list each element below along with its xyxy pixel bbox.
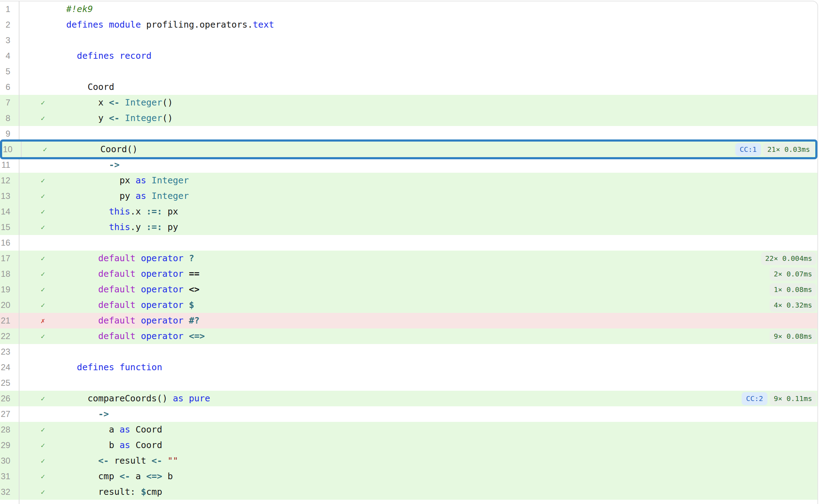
- code-line-20[interactable]: 20✓ default operator $4× 0.32ms: [0, 297, 817, 313]
- line-number[interactable]: 14: [0, 204, 19, 219]
- line-number[interactable]: 33: [0, 500, 19, 504]
- code-line-29[interactable]: 29✓ b as Coord: [0, 437, 817, 453]
- line-number[interactable]: 18: [0, 266, 19, 282]
- code-line-32[interactable]: 32✓ result: $cmp: [0, 484, 817, 500]
- code-line-23[interactable]: 23: [0, 344, 817, 360]
- syntax-token-plain: px: [162, 206, 178, 217]
- syntax-token-plain: [183, 284, 189, 294]
- syntax-token-plain: (): [162, 97, 173, 108]
- code-line-10[interactable]: 10✓ Coord()CC:121× 0.03ms: [0, 139, 817, 159]
- code-line-21[interactable]: 21✗ default operator #?: [0, 313, 817, 328]
- code-line-5[interactable]: 5: [0, 64, 817, 79]
- code-line-24[interactable]: 24 defines function: [0, 360, 817, 375]
- code-line-17[interactable]: 17✓ default operator ?22× 0.004ms: [0, 251, 817, 266]
- syntax-token-plain: [146, 191, 152, 201]
- code-line-3[interactable]: 3: [0, 33, 817, 48]
- line-number[interactable]: 20: [0, 297, 19, 313]
- syntax-token-keyword: as: [120, 440, 130, 450]
- line-number[interactable]: 2: [0, 17, 19, 33]
- line-number[interactable]: 25: [0, 375, 19, 391]
- syntax-token-type: Integer: [125, 97, 162, 108]
- line-number[interactable]: 32: [0, 484, 19, 500]
- syntax-token-opdark: <>: [189, 284, 199, 294]
- line-number[interactable]: 28: [0, 422, 19, 437]
- line-number[interactable]: 6: [0, 79, 19, 95]
- code-line-7[interactable]: 7✓ x <- Integer(): [0, 95, 817, 110]
- code-line-13[interactable]: 13✓ py as Integer: [0, 188, 817, 204]
- line-number[interactable]: 22: [0, 328, 19, 344]
- line-metrics: 9× 0.08ms: [770, 330, 817, 343]
- syntax-token-plain: [183, 331, 189, 341]
- line-number[interactable]: 19: [0, 282, 19, 297]
- uncovered-cross-icon: ✗: [19, 316, 66, 325]
- line-number[interactable]: 26: [0, 391, 19, 406]
- covered-check-icon: ✓: [19, 192, 66, 200]
- syntax-token-op: <-: [98, 456, 109, 466]
- line-number[interactable]: 31: [0, 469, 19, 484]
- syntax-token-plain: y: [66, 113, 109, 123]
- syntax-token-plain: [66, 409, 98, 419]
- code-line-22[interactable]: 22✓ default operator <=>9× 0.08ms: [0, 328, 817, 344]
- line-number[interactable]: 10: [2, 142, 22, 157]
- covered-check-icon: ✓: [19, 488, 66, 496]
- syntax-token-plain: a: [130, 471, 146, 481]
- line-number[interactable]: 23: [0, 344, 19, 360]
- covered-check-icon: ✓: [19, 332, 66, 340]
- syntax-token-plain: [136, 315, 141, 326]
- line-number[interactable]: 7: [0, 95, 19, 110]
- syntax-token-modifier: default: [98, 253, 135, 263]
- code-line-27[interactable]: 27 ->: [0, 406, 817, 422]
- code-line-19[interactable]: 19✓ default operator <>1× 0.08ms: [0, 282, 817, 297]
- code-line-18[interactable]: 18✓ default operator ==2× 0.07ms: [0, 266, 817, 282]
- syntax-token-plain: [136, 331, 141, 341]
- line-number[interactable]: 11: [0, 157, 19, 173]
- code-line-2[interactable]: 2defines module profiling.operators.text: [0, 17, 817, 33]
- line-number[interactable]: 27: [0, 406, 19, 422]
- line-number[interactable]: 3: [0, 33, 19, 48]
- syntax-token-plain: [120, 113, 125, 123]
- line-number[interactable]: 16: [0, 235, 19, 251]
- syntax-token-modifier: default: [98, 315, 135, 326]
- line-number[interactable]: 17: [0, 251, 19, 266]
- line-number[interactable]: 13: [0, 188, 19, 204]
- line-metrics: 2× 0.07ms: [770, 268, 817, 281]
- syntax-token-op: ->: [98, 409, 109, 419]
- line-number[interactable]: 24: [0, 360, 19, 375]
- line-number[interactable]: 1: [0, 1, 19, 17]
- line-number[interactable]: 5: [0, 64, 19, 79]
- line-metrics: CC:121× 0.03ms: [735, 143, 815, 156]
- code-line-15[interactable]: 15✓ this.y :=: py: [0, 219, 817, 235]
- code-text: a as Coord: [66, 422, 162, 437]
- syntax-token-op: :=:: [146, 206, 162, 217]
- line-number[interactable]: 15: [0, 219, 19, 235]
- line-number[interactable]: 30: [0, 453, 19, 469]
- code-line-16[interactable]: 16: [0, 235, 817, 251]
- code-line-6[interactable]: 6 Coord: [0, 79, 817, 95]
- code-line-4[interactable]: 4 defines record: [0, 48, 817, 64]
- code-line-14[interactable]: 14✓ this.x :=: px: [0, 204, 817, 219]
- syntax-token-op: <-: [109, 113, 119, 123]
- line-number[interactable]: 21: [0, 313, 19, 328]
- code-line-25[interactable]: 25: [0, 375, 817, 391]
- code-line-31[interactable]: 31✓ cmp <- a <=> b: [0, 469, 817, 484]
- code-text: defines function: [66, 360, 162, 375]
- syntax-token-keyword: this: [109, 206, 130, 217]
- line-number[interactable]: 8: [0, 110, 19, 126]
- code-text: compareCoords() as pure: [66, 391, 210, 406]
- line-number[interactable]: 4: [0, 48, 19, 64]
- code-line-12[interactable]: 12✓ px as Integer: [0, 173, 817, 188]
- syntax-token-plain: b: [162, 471, 173, 481]
- syntax-token-plain: [66, 284, 98, 294]
- covered-check-icon: ✓: [19, 207, 66, 216]
- line-number[interactable]: 12: [0, 173, 19, 188]
- code-line-33[interactable]: 33: [0, 500, 817, 504]
- code-line-1[interactable]: 1#!ek9: [0, 1, 817, 17]
- code-line-28[interactable]: 28✓ a as Coord: [0, 422, 817, 437]
- code-line-8[interactable]: 8✓ y <- Integer(): [0, 110, 817, 126]
- line-number[interactable]: 29: [0, 437, 19, 453]
- code-text: default operator $: [66, 297, 194, 313]
- code-line-30[interactable]: 30✓ <- result <- "": [0, 453, 817, 469]
- code-line-26[interactable]: 26✓ compareCoords() as pureCC:29× 0.11ms: [0, 391, 817, 406]
- code-text: result: $cmp: [66, 484, 162, 500]
- code-line-11[interactable]: 11 ->: [0, 157, 817, 173]
